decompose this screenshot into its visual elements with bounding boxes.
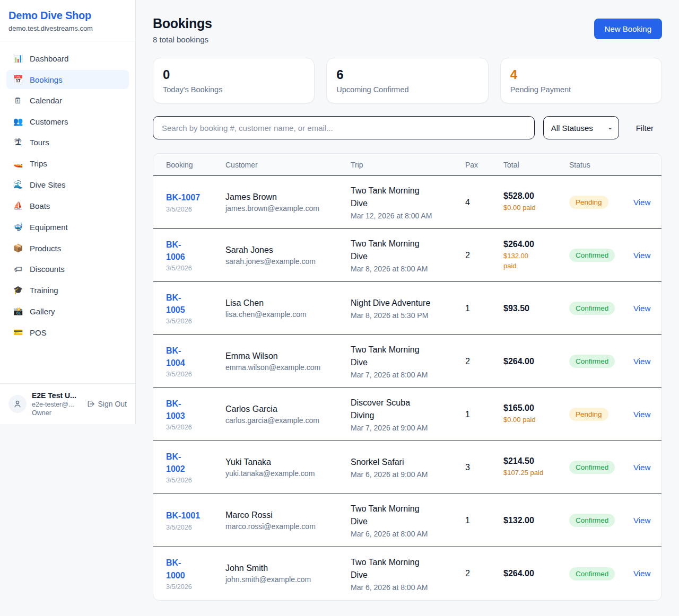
booking-id-link[interactable]: BK-1001 [166, 509, 219, 522]
customer-cell: Marco Rossi marco.rossi@example.com [225, 511, 351, 531]
column-header-trip: Trip [351, 161, 465, 169]
trip-name: Two Tank Morning Dive [351, 237, 459, 263]
stat-label: Today's Bookings [163, 85, 304, 94]
person-icon [13, 399, 22, 409]
customer-name: Emma Wilson [225, 351, 344, 361]
filter-button[interactable]: Filter [636, 124, 654, 133]
user-email: e2e-tester@... [32, 401, 81, 408]
booking-id-link[interactable]: BK- 1000 [166, 557, 219, 581]
view-link[interactable]: View [633, 304, 650, 313]
sidebar-item-customers[interactable]: 👥Customers [6, 112, 129, 131]
view-link[interactable]: View [633, 251, 650, 260]
graduation-cap-icon: 🎓 [13, 285, 23, 295]
customer-name: Yuki Tanaka [225, 457, 344, 467]
booking-date: 3/5/2026 [166, 424, 219, 431]
customer-email: carlos.garcia@example.com [225, 416, 344, 425]
page-header: Bookings 8 total bookings New Booking [153, 16, 662, 44]
customer-email: emma.wilson@example.com [225, 363, 344, 372]
sign-out-button[interactable]: Sign Out [86, 400, 127, 408]
stats-cards: 0 Today's Bookings 6 Upcoming Confirmed … [153, 58, 662, 103]
customer-name: Marco Rossi [225, 511, 344, 520]
customer-email: sarah.jones@example.com [225, 257, 344, 266]
total-cell: $264.00 [503, 357, 569, 366]
booking-id-link[interactable]: BK- 1005 [166, 292, 219, 316]
booking-id-link[interactable]: BK- 1002 [166, 451, 219, 475]
booking-id-link[interactable]: BK- 1006 [166, 239, 219, 263]
view-link[interactable]: View [633, 410, 650, 419]
table-header-row: BookingCustomerTripPaxTotalStatus [153, 154, 661, 176]
customer-name: James Brown [225, 192, 344, 202]
table-row: BK- 1005 3/5/2026 Lisa Chen lisa.chen@ex… [153, 282, 661, 335]
booking-id-link[interactable]: BK-1007 [166, 191, 219, 204]
sidebar-item-bookings[interactable]: 📅Bookings [6, 70, 129, 89]
page-title: Bookings [153, 16, 212, 31]
speedboat-icon: 🚤 [13, 159, 23, 168]
tag-icon: 🏷 [13, 265, 23, 274]
sidebar-item-calendar[interactable]: 🗓Calendar [6, 91, 129, 110]
customer-cell: Carlos Garcia carlos.garcia@example.com [225, 404, 351, 425]
sidebar-item-pos[interactable]: 💳POS [6, 323, 129, 342]
trip-datetime: Mar 6, 2026 at 9:00 AM [351, 470, 459, 479]
filter-bar: All Statuses ⌄ Filter [153, 116, 662, 139]
stat-label: Upcoming Confirmed [336, 85, 478, 94]
trip-datetime: Mar 8, 2026 at 8:00 AM [351, 265, 459, 273]
trip-cell: Night Dive Adventure Mar 8, 2026 at 5:30… [351, 297, 465, 320]
paid-amount: $132.00 paid [503, 251, 563, 271]
total-amount: $132.00 [503, 516, 563, 525]
status-filter-select[interactable]: All Statuses [543, 116, 619, 139]
total-cell: $264.00 $132.00 paid [503, 240, 569, 271]
view-link[interactable]: View [633, 516, 650, 525]
sidebar-item-boats[interactable]: ⛵Boats [6, 196, 129, 215]
bar-chart-icon: 📊 [13, 54, 23, 63]
view-link[interactable]: View [633, 569, 650, 578]
stat-card-pending-payment: 4 Pending Payment [500, 58, 662, 103]
customer-cell: James Brown james.brown@example.com [225, 192, 351, 213]
sidebar-item-equipment[interactable]: 🤿Equipment [6, 217, 129, 236]
sidebar: Demo Dive Shop demo.test.divestreams.com… [0, 0, 136, 424]
booking-id-link[interactable]: BK- 1003 [166, 398, 219, 422]
search-input[interactable] [153, 116, 535, 139]
sidebar-item-label: Discounts [30, 265, 65, 274]
pax-value: 4 [465, 198, 503, 207]
table-row: BK- 1002 3/5/2026 Yuki Tanaka yuki.tanak… [153, 441, 661, 494]
booking-date: 3/5/2026 [166, 206, 219, 213]
total-amount: $264.00 [503, 569, 563, 578]
trip-name: Two Tank Morning Dive [351, 556, 459, 582]
booking-id-link[interactable]: BK- 1004 [166, 345, 219, 369]
status-cell: Confirmed [569, 249, 633, 262]
sidebar-item-products[interactable]: 📦Products [6, 239, 129, 258]
customer-cell: Lisa Chen lisa.chen@example.com [225, 298, 351, 319]
sidebar-item-tours[interactable]: 🏝Tours [6, 133, 129, 152]
total-cell: $528.00 $0.00 paid [503, 191, 569, 213]
sidebar-item-dashboard[interactable]: 📊Dashboard [6, 49, 129, 68]
sidebar-item-label: Bookings [30, 75, 63, 84]
sidebar-item-discounts[interactable]: 🏷Discounts [6, 260, 129, 278]
trip-cell: Discover Scuba Diving Mar 7, 2026 at 9:0… [351, 397, 465, 432]
view-link[interactable]: View [633, 357, 650, 366]
trip-name: Two Tank Morning Dive [351, 503, 459, 528]
sidebar-item-dive-sites[interactable]: 🌊Dive Sites [6, 175, 129, 194]
sidebar-item-training[interactable]: 🎓Training [6, 280, 129, 300]
trip-datetime: Mar 7, 2026 at 9:00 AM [351, 424, 459, 432]
trip-name: Night Dive Adventure [351, 297, 459, 310]
view-link[interactable]: View [633, 198, 650, 207]
status-badge: Confirmed [569, 567, 615, 580]
new-booking-button[interactable]: New Booking [594, 19, 662, 39]
sidebar-item-label: Gallery [30, 307, 55, 316]
trip-datetime: Mar 12, 2026 at 8:00 AM [351, 212, 459, 220]
sidebar-item-label: Dive Sites [30, 180, 66, 189]
user-role: Owner [32, 409, 81, 417]
trip-name: Two Tank Morning Dive [351, 344, 459, 369]
stat-value: 0 [163, 67, 304, 82]
customer-name: Sarah Jones [225, 245, 344, 255]
view-link[interactable]: View [633, 463, 650, 472]
total-amount: $264.00 [503, 357, 563, 366]
customer-email: james.brown@example.com [225, 204, 344, 213]
sidebar-item-gallery[interactable]: 📸Gallery [6, 302, 129, 321]
customer-name: John Smith [225, 564, 344, 573]
sidebar-item-trips[interactable]: 🚤Trips [6, 154, 129, 173]
status-badge: Pending [569, 408, 608, 421]
brand-header: Demo Dive Shop demo.test.divestreams.com [0, 0, 135, 41]
island-icon: 🏝 [13, 138, 23, 147]
customer-email: yuki.tanaka@example.com [225, 469, 344, 478]
